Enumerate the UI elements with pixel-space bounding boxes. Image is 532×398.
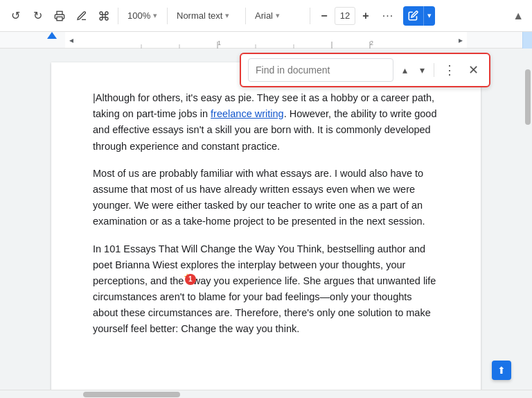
comment-anchor: +1: [184, 270, 190, 282]
style-caret-icon: ▾: [225, 11, 229, 20]
font-caret-icon: ▾: [276, 11, 280, 20]
paragraph-3: In 101 Essays That Will Change the Way Y…: [93, 241, 439, 338]
find-next-icon: ▾: [420, 64, 425, 76]
document-page: |Although for others, it's easy as pie. …: [51, 62, 481, 390]
freelance-writing-link[interactable]: freelance writing: [211, 108, 284, 119]
font-size-decrease-button[interactable]: −: [314, 6, 334, 26]
undo-button[interactable]: ↺: [6, 6, 25, 26]
find-bar: ▴ ▾ ⋮ ✕: [240, 53, 490, 87]
divider-1: [118, 8, 118, 24]
edit-caret-icon: ▾: [427, 11, 432, 20]
suggestions-icon: ⬆: [497, 365, 506, 376]
paragraph-1: |Although for others, it's easy as pie. …: [93, 90, 439, 155]
horizontal-scrollbar-thumb[interactable]: [83, 392, 180, 397]
zoom-caret-icon: ▾: [153, 11, 157, 20]
find-divider: [434, 63, 434, 77]
spellcheck-button[interactable]: [72, 6, 91, 26]
collapse-icon: ▲: [513, 10, 524, 22]
find-prev-icon: ▴: [402, 64, 407, 76]
ruler-ticks-svg: [65, 32, 467, 48]
paintformat-button[interactable]: [94, 6, 114, 26]
edit-mode-caret-button[interactable]: ▾: [423, 6, 435, 26]
font-value: Arial: [255, 10, 273, 21]
horizontal-scrollbar[interactable]: [0, 390, 532, 398]
divider-3: [245, 8, 246, 24]
print-button[interactable]: [50, 6, 69, 26]
find-more-icon: ⋮: [443, 62, 456, 78]
zoom-select[interactable]: 100% ▾: [123, 6, 163, 26]
find-next-button[interactable]: ▾: [416, 62, 428, 78]
style-value: Normal text: [177, 10, 222, 21]
paragraph-2: Most of us are probably familiar with wh…: [93, 166, 439, 230]
suggestions-button[interactable]: ⬆: [492, 361, 511, 380]
collapse-toolbar-button[interactable]: ▲: [510, 7, 526, 25]
svg-rect-0: [57, 17, 62, 20]
find-input[interactable]: [248, 58, 393, 82]
font-size-area: − +: [314, 6, 375, 26]
ruler-inner: ◂ 1 2 ▸: [65, 32, 467, 48]
edit-mode-button[interactable]: [403, 6, 423, 26]
document-wrapper: ▴ ▾ ⋮ ✕ |Although for others, it's easy …: [0, 49, 532, 390]
ruler-position-marker: [47, 32, 57, 42]
find-close-icon: ✕: [468, 62, 479, 78]
vertical-scrollbar-thumb[interactable]: [525, 69, 531, 125]
redo-button[interactable]: ↻: [28, 6, 47, 26]
zoom-value: 100%: [127, 10, 150, 21]
style-select[interactable]: Normal text ▾: [172, 6, 241, 26]
divider-4: [310, 8, 310, 24]
ruler-right-marker[interactable]: ▸: [459, 35, 463, 45]
divider-2: [167, 8, 168, 24]
find-prev-button[interactable]: ▴: [399, 62, 411, 78]
document-text: |Although for others, it's easy as pie. …: [93, 90, 439, 338]
toolbar: ↺ ↻ 100% ▾ Normal text ▾ Arial ▾ − + ···: [0, 0, 532, 32]
comment-badge: 1: [185, 274, 196, 285]
ruler: ◂ 1 2 ▸: [0, 32, 532, 49]
find-close-button[interactable]: ✕: [465, 61, 482, 79]
font-select[interactable]: Arial ▾: [250, 6, 305, 26]
find-more-button[interactable]: ⋮: [440, 61, 459, 79]
ruler-scroll-indicator: [522, 32, 532, 49]
font-size-increase-button[interactable]: +: [356, 6, 375, 26]
vertical-scrollbar[interactable]: [524, 49, 532, 390]
font-size-input[interactable]: [335, 7, 355, 25]
more-options-button[interactable]: ···: [378, 6, 398, 26]
svg-marker-8: [47, 32, 57, 39]
